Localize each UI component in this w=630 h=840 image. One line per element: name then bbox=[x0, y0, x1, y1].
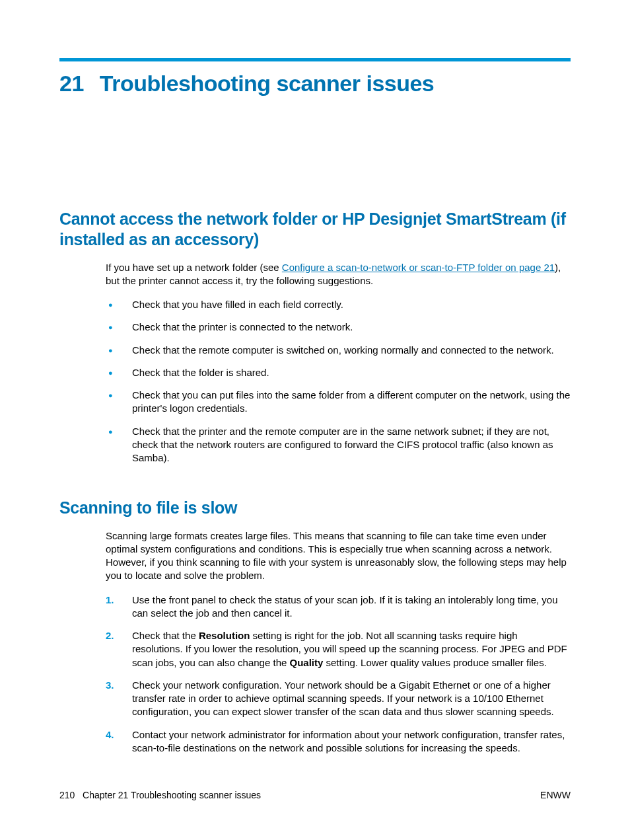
page-footer: 210 Chapter 21 Troubleshooting scanner i… bbox=[59, 790, 571, 800]
step-text: Contact your network administrator for i… bbox=[132, 729, 565, 753]
section-title: Scanning to file is slow bbox=[59, 498, 571, 518]
step-text: Use the front panel to check the status … bbox=[132, 594, 558, 619]
section-title: Cannot access the network folder or HP D… bbox=[59, 209, 571, 250]
bullet-text: Check that the printer and the remote co… bbox=[132, 426, 553, 464]
cross-reference-link[interactable]: Configure a scan-to-network or scan-to-F… bbox=[282, 262, 555, 273]
document-page: 21Troubleshooting scanner issues Cannot … bbox=[0, 0, 630, 840]
bullet-text: Check that you can put files into the sa… bbox=[132, 389, 570, 414]
section-scanning-slow: Scanning to file is slow Scanning large … bbox=[59, 498, 571, 755]
bullet-text: Check that the folder is shared. bbox=[132, 367, 269, 378]
step-text: Check your network configuration. Your n… bbox=[132, 679, 554, 718]
bold-term: Quality bbox=[290, 657, 324, 668]
section-network-folder: Cannot access the network folder or HP D… bbox=[59, 209, 571, 465]
bullet-text: Check that you have filled in each field… bbox=[132, 299, 343, 310]
list-item: Check that you can put files into the sa… bbox=[106, 389, 571, 416]
spacing bbox=[59, 96, 571, 209]
list-item: 2. Check that the Resolution setting is … bbox=[106, 629, 571, 669]
bullet-list: Check that you have filled in each field… bbox=[106, 298, 571, 465]
list-item: 1. Use the front panel to check the stat… bbox=[106, 593, 571, 621]
list-item: Check that you have filled in each field… bbox=[106, 298, 571, 311]
text-fragment: Check that the bbox=[132, 630, 199, 641]
footer-right: ENWW bbox=[540, 790, 571, 800]
list-item: 3. Check your network configuration. You… bbox=[106, 679, 571, 719]
text-fragment: setting. Lower quality values produce sm… bbox=[323, 657, 547, 668]
footer-chapter-label: Chapter 21 Troubleshooting scanner issue… bbox=[83, 790, 261, 800]
chapter-title-text: Troubleshooting scanner issues bbox=[100, 71, 434, 96]
spacing bbox=[59, 474, 571, 498]
step-number: 1. bbox=[106, 593, 114, 607]
list-item: Check that the printer and the remote co… bbox=[106, 425, 571, 465]
bullet-text: Check that the remote computer is switch… bbox=[132, 344, 554, 356]
intro-paragraph: If you have set up a network folder (see… bbox=[106, 261, 571, 288]
list-item: 4. Contact your network administrator fo… bbox=[106, 728, 571, 755]
intro-paragraph: Scanning large formats creates large fil… bbox=[106, 529, 571, 583]
step-number: 2. bbox=[106, 629, 114, 642]
section-body: Scanning large formats creates large fil… bbox=[106, 529, 571, 755]
footer-left: 210 Chapter 21 Troubleshooting scanner i… bbox=[59, 790, 261, 800]
step-number: 4. bbox=[106, 728, 114, 742]
intro-text-pre: If you have set up a network folder (see bbox=[106, 262, 282, 273]
top-rule bbox=[59, 58, 571, 61]
step-text: Check that the Resolution setting is rig… bbox=[132, 630, 567, 668]
list-item: Check that the folder is shared. bbox=[106, 366, 571, 379]
list-item: Check that the printer is connected to t… bbox=[106, 321, 571, 334]
page-number: 210 bbox=[59, 790, 75, 800]
bold-term: Resolution bbox=[199, 630, 250, 641]
numbered-list: 1. Use the front panel to check the stat… bbox=[106, 593, 571, 755]
section-body: If you have set up a network folder (see… bbox=[106, 261, 571, 465]
chapter-heading: 21Troubleshooting scanner issues bbox=[59, 71, 571, 96]
chapter-number: 21 bbox=[59, 71, 84, 96]
bullet-text: Check that the printer is connected to t… bbox=[132, 321, 353, 332]
step-number: 3. bbox=[106, 679, 114, 692]
list-item: Check that the remote computer is switch… bbox=[106, 344, 571, 357]
